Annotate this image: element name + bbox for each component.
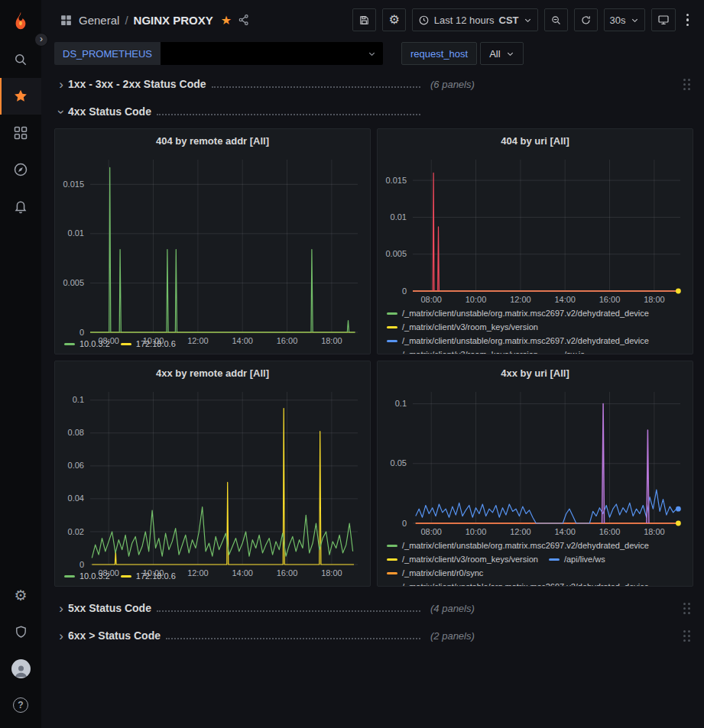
refresh-interval-label: 30s [610,15,626,26]
row-panel-count: (6 panels) [430,79,475,90]
timeseries-chart[interactable]: 08:0010:0012:0014:0016:0018:0000.050.1 [378,384,693,539]
save-icon [358,15,370,26]
chevron-right-icon: › [54,629,68,642]
row-5xx[interactable]: › 5xx Status Code (4 panels) [54,597,693,619]
share-icon[interactable] [238,14,250,26]
panel-title[interactable]: 404 by uri [All] [378,129,693,152]
dotted-leader [157,114,420,115]
chart-legend: 10.0.3.2172.18.0.6 [55,337,370,354]
svg-text:0.005: 0.005 [63,278,84,287]
timeseries-chart[interactable]: 08:0010:0012:0014:0016:0018:0000.0050.01… [378,152,693,306]
variable-label-ds-prometheus[interactable]: DS_PROMETHEUS [54,42,161,65]
time-range-picker[interactable]: Last 12 hours CST [412,8,538,31]
legend-color-swatch [387,312,397,315]
legend-label: /sw.js [564,350,585,354]
svg-text:0.015: 0.015 [385,176,407,185]
drag-handle-icon[interactable] [683,630,690,642]
legend-item[interactable]: 10.0.3.2 [64,571,110,581]
row-title: 4xx Status Code [68,105,151,118]
legend-color-swatch [549,558,560,561]
svg-text:12:00: 12:00 [510,295,531,304]
refresh-button[interactable] [574,8,598,31]
legend-color-swatch [64,575,75,578]
legend-item[interactable]: 172.18.0.6 [121,571,176,581]
clock-icon [418,15,430,26]
tv-mode-button[interactable] [651,8,676,31]
panel-title[interactable]: 4xx by uri [All] [378,361,693,384]
svg-text:0.015: 0.015 [63,180,84,189]
variable-value-request-host[interactable]: All [480,42,523,65]
sidebar-item-configuration[interactable]: ⚙ [0,577,41,613]
star-icon [13,89,28,104]
sidebar-item-starred[interactable] [0,78,41,115]
panel-title[interactable]: 4xx by remote addr [All] [55,361,370,384]
timeseries-chart[interactable]: 08:0010:0012:0014:0016:0018:0000.0050.01… [55,152,370,337]
legend-color-swatch [121,575,131,578]
refresh-icon [580,15,592,26]
legend-color-swatch [387,586,397,587]
sidebar-item-alerting[interactable] [0,188,41,225]
legend-item[interactable]: /api/live/ws [549,554,605,565]
svg-text:08:00: 08:00 [420,527,442,536]
sidebar-item-search[interactable] [0,41,41,78]
svg-text:0.05: 0.05 [391,458,407,468]
shield-icon [14,625,28,639]
legend-label: /_matrix/client/unstable/org.matrix.msc2… [402,336,649,345]
grafana-app: ⚙ ? › [0,0,704,728]
legend-item[interactable]: /sw.js [549,349,585,354]
sidebar-item-help[interactable]: ? [0,687,41,723]
row-4xx[interactable]: › 4xx Status Code [54,101,693,122]
svg-text:0: 0 [79,560,84,569]
favorite-star-icon[interactable]: ★ [221,13,232,28]
help-icon: ? [13,697,28,713]
breadcrumb: General / NGINX PROXY [79,14,213,27]
legend-item[interactable]: /_matrix/client/r0/sync [387,568,483,578]
user-avatar [11,659,31,678]
dotted-leader [157,610,420,612]
sidebar-expand-button[interactable]: › [34,33,48,47]
row-6xx[interactable]: › 6xx > Status Code (2 panels) [54,625,693,646]
zoom-out-button[interactable] [544,8,568,31]
legend-label: /_matrix/client/unstable/org.matrix.msc2… [402,309,649,318]
more-options-button[interactable] [682,11,694,30]
legend-label: /_matrix/client/unstable/org.matrix.msc2… [402,541,649,550]
legend-item[interactable]: /_matrix/client/unstable/org.matrix.msc2… [387,308,649,319]
legend-item[interactable]: 10.0.3.2 [64,338,110,349]
legend-color-swatch [121,343,131,345]
refresh-interval-picker[interactable]: 30s [604,8,645,31]
svg-text:0.08: 0.08 [68,428,84,437]
svg-text:10:00: 10:00 [466,527,487,536]
legend-label: /api/live/ws [564,555,605,564]
panel-grid: 404 by remote addr [All] 08:0010:0012:00… [54,128,693,587]
sidebar-item-profile[interactable] [0,650,41,687]
legend-item[interactable]: /_matrix/client/unstable/org.matrix.msc2… [387,335,649,346]
row-1xx-3xx-2xx[interactable]: › 1xx - 3xx - 2xx Status Code (6 panels) [54,73,693,95]
legend-item[interactable]: /_matrix/client/v3/room_keys/version [387,349,538,354]
dashboard-title: NGINX PROXY [134,14,213,27]
variable-label-request-host[interactable]: request_host [401,42,477,65]
main-area: General / NGINX PROXY ★ ⚙ [41,0,704,728]
breadcrumb-folder[interactable]: General [79,14,119,27]
legend-item[interactable]: /_matrix/client/v3/room_keys/version [387,554,538,565]
dashboard-settings-button[interactable]: ⚙ [382,8,405,31]
time-range-label: Last 12 hours [434,15,495,26]
panel-title[interactable]: 404 by remote addr [All] [55,129,370,152]
save-dashboard-button[interactable] [352,8,376,31]
header-actions: ⚙ Last 12 hours CST [352,8,693,31]
sidebar-item-server-admin[interactable] [0,613,41,650]
variable-value-ds-prometheus[interactable] [161,42,383,65]
sidebar-item-dashboards[interactable] [0,115,41,151]
sidebar-item-explore[interactable] [0,151,41,188]
drag-handle-icon[interactable] [683,79,690,90]
legend-item[interactable]: /_matrix/client/unstable/org.matrix.msc2… [387,540,649,551]
svg-text:10:00: 10:00 [466,295,487,304]
drag-handle-icon[interactable] [683,603,690,614]
legend-item[interactable]: 172.18.0.6 [121,338,176,349]
legend-item[interactable]: /_matrix/client/v3/room_keys/version [387,322,538,332]
legend-item[interactable]: /_matrix/client/unstable/org.matrix.msc2… [387,581,649,586]
chevron-down-icon [524,16,532,24]
svg-text:18:00: 18:00 [644,295,665,304]
svg-text:0: 0 [79,328,84,337]
svg-text:16:00: 16:00 [599,295,621,304]
timeseries-chart[interactable]: 08:0010:0012:0014:0016:0018:0000.020.040… [55,384,370,569]
